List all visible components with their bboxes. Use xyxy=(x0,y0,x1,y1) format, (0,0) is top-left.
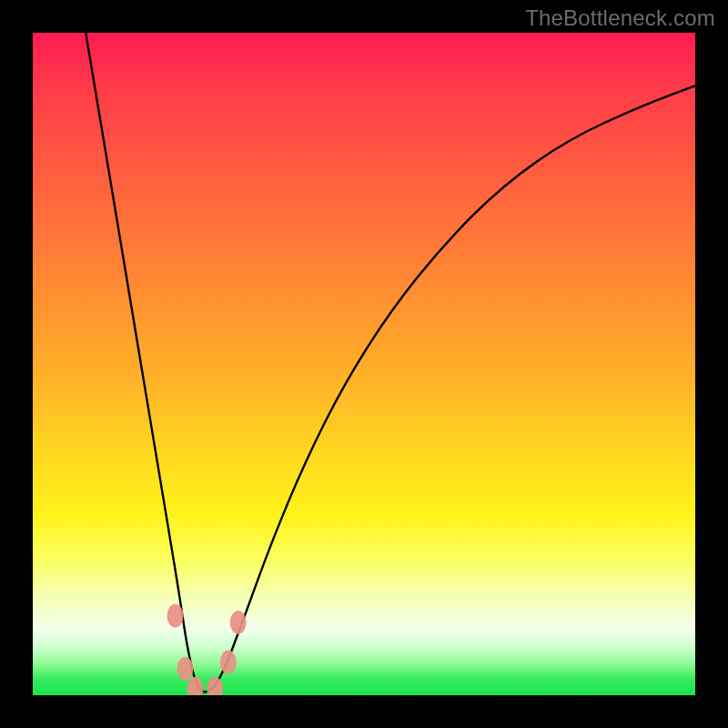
right-upper-marker xyxy=(230,611,247,634)
plot-area xyxy=(33,33,695,695)
right-lower-marker xyxy=(220,651,237,674)
curve-markers xyxy=(167,604,247,695)
left-upper-marker xyxy=(167,604,184,628)
left-lower-marker xyxy=(177,657,193,681)
chart-frame: TheBottleneck.com xyxy=(0,0,728,728)
watermark-text: TheBottleneck.com xyxy=(525,5,715,31)
trough-right-marker xyxy=(207,677,223,695)
trough-left-marker xyxy=(187,677,203,695)
bottleneck-curve xyxy=(86,33,695,692)
chart-svg xyxy=(33,33,695,695)
